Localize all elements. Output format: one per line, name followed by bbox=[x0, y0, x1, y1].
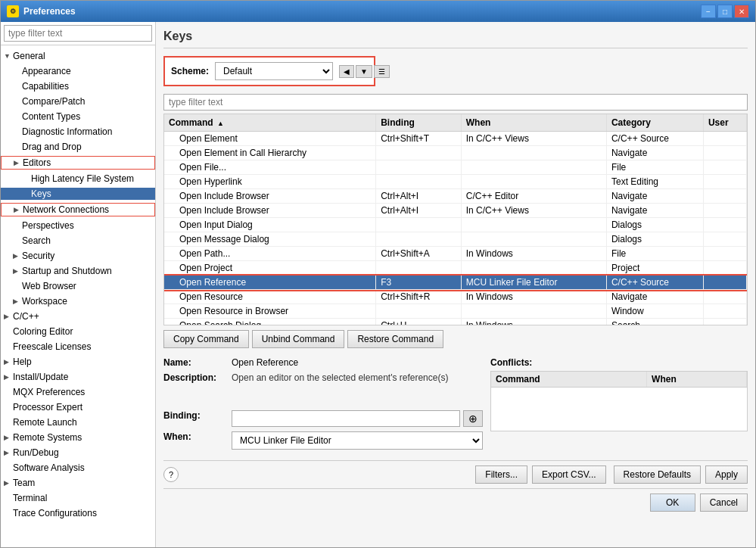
scheme-select[interactable]: DefaultEmacsMicrosoft Visual Studio bbox=[215, 62, 333, 80]
table-row[interactable]: Open Include BrowserCtrl+Alt+IC/C++ Edit… bbox=[164, 189, 747, 204]
expand-icon[interactable]: ▶ bbox=[4, 449, 13, 456]
name-value: Open Reference bbox=[232, 357, 298, 368]
table-row[interactable]: Open Search DialogCtrl+HIn WindowsSearch bbox=[164, 319, 747, 326]
cell-when bbox=[461, 218, 606, 232]
cell-command: Open Resource in Browser bbox=[164, 304, 376, 319]
maximize-button[interactable]: □ bbox=[717, 5, 733, 18]
sidebar-item-capabilities[interactable]: Capabilities bbox=[1, 79, 155, 94]
scheme-dropdown-button[interactable]: ▼ bbox=[356, 65, 372, 78]
col-category[interactable]: Category bbox=[606, 114, 703, 132]
cell-command: Open Include Browser bbox=[164, 204, 376, 218]
expand-icon[interactable]: ▼ bbox=[4, 52, 13, 60]
cell-when: In C/C++ Views bbox=[461, 204, 606, 218]
title-bar: ⚙ Preferences − □ ✕ bbox=[1, 1, 755, 22]
sidebar-item-security[interactable]: ▶Security bbox=[1, 248, 155, 263]
sidebar-item-compare_patch[interactable]: Compare/Patch bbox=[1, 94, 155, 109]
cell-command: Open Resource bbox=[164, 290, 376, 304]
restore-defaults-button[interactable]: Restore Defaults bbox=[614, 465, 701, 484]
table-row[interactable]: Open Path...Ctrl+Shift+AIn WindowsFile bbox=[164, 247, 747, 261]
expand-icon[interactable]: ▶ bbox=[14, 159, 23, 167]
sidebar-item-team[interactable]: ▶Team bbox=[1, 475, 155, 490]
table-row[interactable]: Open Include BrowserCtrl+Alt+IIn C/C++ V… bbox=[164, 204, 747, 218]
expand-icon[interactable]: ▶ bbox=[4, 358, 13, 366]
table-row[interactable]: Open ReferenceF3MCU Linker File EditorC/… bbox=[164, 276, 747, 290]
sidebar-item-label: Network Connections bbox=[23, 204, 109, 215]
desc-value: Open an editor on the selected element's… bbox=[232, 372, 483, 383]
sidebar-item-keys[interactable]: Keys bbox=[1, 186, 155, 201]
binding-input[interactable]: F3 bbox=[232, 410, 460, 427]
expand-icon[interactable]: ▶ bbox=[4, 434, 13, 441]
sidebar-item-search[interactable]: Search bbox=[1, 233, 155, 248]
sidebar-item-remote_launch[interactable]: Remote Launch bbox=[1, 415, 155, 430]
sidebar-item-editors[interactable]: ▶Editors bbox=[1, 154, 155, 171]
cell-command: Open Element in Call Hierarchy bbox=[164, 146, 376, 160]
expand-icon[interactable]: ▶ bbox=[13, 297, 22, 305]
table-row[interactable]: Open Message DialogDialogs bbox=[164, 232, 747, 247]
tree-search-input[interactable] bbox=[4, 25, 152, 42]
cancel-button[interactable]: Cancel bbox=[700, 494, 748, 512]
col-user[interactable]: User bbox=[703, 114, 746, 132]
export-csv-button[interactable]: Export CSV... bbox=[532, 465, 606, 484]
expand-icon[interactable]: ▶ bbox=[13, 267, 22, 275]
sidebar-item-cpp[interactable]: ▶C/C++ bbox=[1, 309, 155, 324]
expand-icon[interactable]: ▶ bbox=[13, 252, 22, 260]
sidebar-item-terminal[interactable]: Terminal bbox=[1, 490, 155, 506]
table-row[interactable]: Open HyperlinkText Editing bbox=[164, 175, 747, 189]
sidebar-item-web_browser[interactable]: Web Browser bbox=[1, 279, 155, 294]
help-button[interactable]: ? bbox=[163, 467, 179, 482]
table-row[interactable]: Open Element in Call HierarchyNavigate bbox=[164, 146, 747, 160]
table-row[interactable]: Open ResourceCtrl+Shift+RIn WindowsNavig… bbox=[164, 290, 747, 304]
when-select[interactable]: MCU Linker File EditorC/C++ EditorIn C/C… bbox=[232, 431, 483, 450]
table-row[interactable]: Open File...File bbox=[164, 160, 747, 175]
sidebar-item-startup_shutdown[interactable]: ▶Startup and Shutdown bbox=[1, 263, 155, 279]
col-binding[interactable]: Binding bbox=[376, 114, 462, 132]
sidebar-item-software_analysis[interactable]: Software Analysis bbox=[1, 460, 155, 475]
binding-arrow-button[interactable]: ⊕ bbox=[463, 410, 483, 427]
sidebar-item-diagnostic_info[interactable]: Diagnostic Information bbox=[1, 124, 155, 139]
sidebar-item-remote_systems[interactable]: ▶Remote Systems bbox=[1, 430, 155, 445]
sidebar-item-processor_expert[interactable]: Processor Expert bbox=[1, 400, 155, 415]
close-button[interactable]: ✕ bbox=[734, 5, 749, 18]
sidebar-item-install_update[interactable]: ▶Install/Update bbox=[1, 369, 155, 385]
cell-category: Navigate bbox=[606, 290, 703, 304]
expand-icon[interactable]: ▶ bbox=[4, 373, 13, 381]
copy-command-button[interactable]: Copy Command bbox=[163, 330, 249, 348]
sidebar-item-mqx_prefs[interactable]: MQX Preferences bbox=[1, 385, 155, 400]
keys-filter-input[interactable] bbox=[163, 94, 748, 111]
cell-user bbox=[703, 175, 746, 189]
expand-icon[interactable]: ▶ bbox=[4, 313, 13, 320]
apply-button[interactable]: Apply bbox=[705, 465, 748, 484]
restore-command-button[interactable]: Restore Command bbox=[347, 330, 443, 348]
scheme-back-button[interactable]: ◀ bbox=[339, 65, 354, 78]
scheme-menu-button[interactable]: ☰ bbox=[374, 65, 390, 78]
sidebar-item-high_latency[interactable]: High Latency File System bbox=[1, 171, 155, 186]
col-when[interactable]: When bbox=[461, 114, 606, 132]
filters-button[interactable]: Filters... bbox=[475, 465, 527, 484]
sidebar-item-network_connections[interactable]: ▶Network Connections bbox=[1, 201, 155, 218]
table-row[interactable]: Open ElementCtrl+Shift+TIn C/C++ ViewsC/… bbox=[164, 132, 747, 146]
cell-category: File bbox=[606, 247, 703, 261]
ok-button[interactable]: OK bbox=[650, 494, 695, 512]
expand-icon[interactable]: ▶ bbox=[4, 479, 13, 487]
sidebar-item-perspectives[interactable]: Perspectives bbox=[1, 218, 155, 233]
sidebar-item-drag_drop[interactable]: Drag and Drop bbox=[1, 139, 155, 154]
table-row[interactable]: Open Input DialogDialogs bbox=[164, 218, 747, 232]
sidebar-item-appearance[interactable]: Appearance bbox=[1, 64, 155, 79]
sidebar-item-coloring_editor[interactable]: Coloring Editor bbox=[1, 324, 155, 339]
table-row[interactable]: Open ProjectProject bbox=[164, 261, 747, 276]
sidebar-item-workspace[interactable]: ▶Workspace bbox=[1, 294, 155, 309]
sidebar-item-trace_configurations[interactable]: Trace Configurations bbox=[1, 506, 155, 521]
sidebar-item-run_debug[interactable]: ▶Run/Debug bbox=[1, 445, 155, 460]
sidebar-item-general[interactable]: ▼General bbox=[1, 48, 155, 64]
cell-binding bbox=[376, 160, 462, 175]
sidebar-item-freescale_licenses[interactable]: Freescale Licenses bbox=[1, 339, 155, 354]
table-row[interactable]: Open Resource in BrowserWindow bbox=[164, 304, 747, 319]
col-command[interactable]: Command ▲ bbox=[164, 114, 376, 132]
sidebar-item-help[interactable]: ▶Help bbox=[1, 354, 155, 369]
expand-icon[interactable]: ▶ bbox=[14, 206, 23, 213]
unbind-command-button[interactable]: Unbind Command bbox=[252, 330, 345, 348]
cell-command: Open Reference bbox=[164, 276, 376, 290]
minimize-button[interactable]: − bbox=[701, 5, 716, 18]
sidebar-item-content_types[interactable]: Content Types bbox=[1, 109, 155, 124]
cell-when bbox=[461, 160, 606, 175]
